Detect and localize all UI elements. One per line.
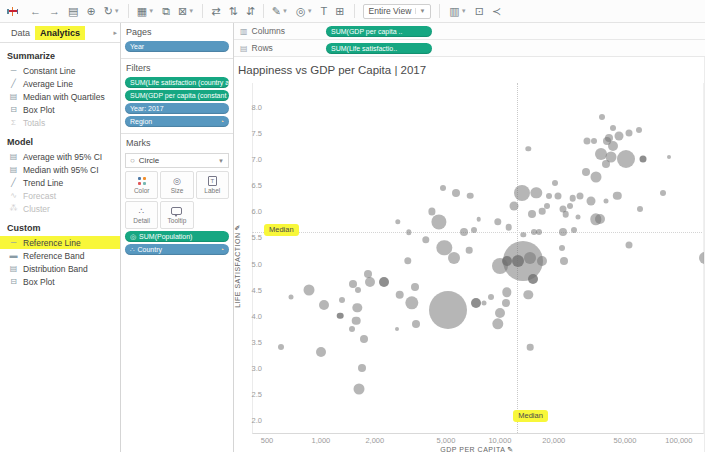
scatter-mark[interactable] xyxy=(699,252,705,264)
scatter-mark[interactable] xyxy=(481,300,486,305)
filter-pill[interactable]: Year: 2017 xyxy=(125,103,229,114)
scatter-mark[interactable] xyxy=(571,227,577,233)
show-mark-labels-icon[interactable]: T xyxy=(317,5,332,18)
scatter-mark[interactable] xyxy=(355,287,361,293)
scatter-mark[interactable] xyxy=(466,247,473,254)
scatter-mark[interactable] xyxy=(452,189,460,197)
scatter-mark[interactable] xyxy=(604,198,609,203)
sidebar-item-constant-line[interactable]: ─Constant Line xyxy=(0,64,120,77)
scatter-mark[interactable] xyxy=(552,180,558,186)
tooltip-button[interactable]: Tooltip xyxy=(160,201,193,229)
sidebar-item-trend-line[interactable]: ╱Trend Line xyxy=(0,176,120,189)
fix-axes-icon[interactable]: ⊞ xyxy=(331,5,348,18)
scatter-mark[interactable] xyxy=(440,185,446,191)
axis-sort-icon[interactable]: ✎ xyxy=(234,224,241,230)
filter-pill[interactable]: SUM(GDP per capita (constant 2011 int.. xyxy=(125,90,229,101)
show-cards-icon[interactable]: ▥▼ xyxy=(445,5,470,18)
columns-pill[interactable]: SUM(GDP per capita .. xyxy=(326,26,432,37)
sidebar-item-average-line[interactable]: ╱Average Line xyxy=(0,77,120,90)
scatter-mark[interactable] xyxy=(617,150,635,168)
presentation-mode-icon[interactable]: ⊡ xyxy=(471,5,488,18)
sidebar-item-box-plot[interactable]: ⊟Box Plot xyxy=(0,103,120,116)
scatter-mark[interactable] xyxy=(569,195,576,202)
detail-button[interactable]: ∴Detail xyxy=(125,201,158,229)
scatter-mark[interactable] xyxy=(448,252,460,264)
scatter-mark[interactable] xyxy=(411,283,419,291)
scatter-mark[interactable] xyxy=(590,172,601,183)
scatter-mark[interactable] xyxy=(602,160,610,168)
group-members-icon[interactable]: ◎▼ xyxy=(292,5,317,18)
forward-icon[interactable]: → xyxy=(45,5,64,18)
scatter-mark[interactable] xyxy=(278,344,284,350)
scatter-mark[interactable] xyxy=(546,193,552,199)
scatter-mark[interactable] xyxy=(316,347,326,357)
rows-pill[interactable]: SUM(Life satisfactio.. xyxy=(326,43,432,54)
scatter-mark[interactable] xyxy=(354,383,365,394)
scatter-mark[interactable] xyxy=(582,168,590,176)
scatter-mark[interactable] xyxy=(396,291,405,300)
scatter-mark[interactable] xyxy=(319,300,329,310)
axis-sort-icon[interactable]: ✎ xyxy=(507,446,513,452)
columns-shelf[interactable]: ▥ Columns SUM(GDP per capita .. xyxy=(234,23,705,40)
scatter-mark[interactable] xyxy=(528,274,538,284)
scatter-mark[interactable] xyxy=(560,257,568,265)
scatter-mark[interactable] xyxy=(637,206,643,212)
scatter-mark[interactable] xyxy=(514,185,530,201)
scatter-mark[interactable] xyxy=(360,335,368,343)
scatter-mark[interactable] xyxy=(615,131,624,140)
scatter-mark[interactable] xyxy=(467,192,474,199)
filter-pill[interactable]: Region◔ xyxy=(125,116,229,127)
scatter-mark[interactable] xyxy=(471,227,477,233)
sidebar-item-box-plot[interactable]: ⊟Box Plot xyxy=(0,275,120,288)
scatter-mark[interactable] xyxy=(349,326,355,332)
scatter-mark[interactable] xyxy=(559,228,567,236)
scatter-mark[interactable] xyxy=(583,137,590,144)
scatter-mark[interactable] xyxy=(640,156,647,163)
scatter-mark[interactable] xyxy=(536,229,542,235)
scatter-mark[interactable] xyxy=(524,252,536,264)
tableau-logo-icon[interactable] xyxy=(6,5,19,18)
duplicate-sheet-icon[interactable]: ⧉ xyxy=(158,5,174,18)
scatter-mark[interactable] xyxy=(460,228,468,236)
sidebar-item-average-with-95-ci[interactable]: ▤Average with 95% CI xyxy=(0,150,120,163)
scatter-mark[interactable] xyxy=(636,127,642,133)
scatter-mark[interactable] xyxy=(412,320,420,328)
scatter-mark[interactable] xyxy=(539,208,546,215)
scatter-mark[interactable] xyxy=(502,256,512,266)
scatter-mark[interactable] xyxy=(337,312,344,319)
marks-pill[interactable]: ∴Country◔ xyxy=(125,244,229,255)
scatter-mark[interactable] xyxy=(471,298,481,308)
scatter-mark[interactable] xyxy=(289,295,294,300)
tab-data[interactable]: Data xyxy=(6,26,35,40)
tab-analytics[interactable]: Analytics xyxy=(35,26,85,40)
rows-shelf[interactable]: ▤ Rows SUM(Life satisfactio.. xyxy=(234,40,705,57)
scatter-mark[interactable] xyxy=(488,294,494,300)
clear-sheet-icon[interactable]: ⊠▼ xyxy=(174,5,198,18)
scatter-mark[interactable] xyxy=(567,203,573,209)
scatter-mark[interactable] xyxy=(505,224,512,231)
scatter-mark[interactable] xyxy=(365,277,375,287)
scatter-mark[interactable] xyxy=(544,203,550,209)
new-worksheet-icon[interactable]: ▦▼ xyxy=(133,5,158,18)
marks-pill[interactable]: ◎SUM(Population) xyxy=(125,231,229,242)
scatter-mark[interactable] xyxy=(554,192,561,199)
scatter-mark[interactable] xyxy=(559,245,565,251)
share-icon[interactable]: ≺ xyxy=(488,5,505,18)
size-button[interactable]: ◎Size xyxy=(160,171,193,199)
label-button[interactable]: TLabel xyxy=(196,171,229,199)
color-button[interactable]: Color xyxy=(125,171,158,199)
sidebar-item-median-with-95-ci[interactable]: ▤Median with 95% CI xyxy=(0,163,120,176)
sort-ascending-icon[interactable]: ⇅ xyxy=(224,5,241,18)
back-icon[interactable]: ← xyxy=(26,5,45,18)
scatter-mark[interactable] xyxy=(502,299,510,307)
scatter-mark[interactable] xyxy=(528,210,536,218)
scatter-mark[interactable] xyxy=(537,256,547,266)
sidebar-item-median-with-quartiles[interactable]: ▤Median with Quartiles xyxy=(0,90,120,103)
median-reference-line-horizontal[interactable] xyxy=(252,232,702,233)
collapse-pane-icon[interactable]: ▸ xyxy=(113,29,117,37)
add-data-icon[interactable]: ⊕ xyxy=(82,5,99,18)
mark-type-dropdown[interactable]: ○ Circle ▼ xyxy=(125,153,229,168)
save-icon[interactable]: ▤ xyxy=(64,5,82,18)
pages-pill[interactable]: Year xyxy=(125,41,229,52)
scatter-mark[interactable] xyxy=(352,317,361,326)
